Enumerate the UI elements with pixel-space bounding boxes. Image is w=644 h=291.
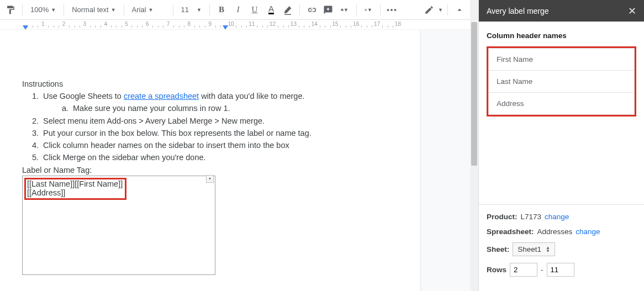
paint-format-icon[interactable] bbox=[3, 3, 18, 17]
spreadsheet-change-link[interactable]: change bbox=[576, 227, 600, 236]
ruler-number: 3 bbox=[83, 21, 87, 27]
rows-to-input[interactable] bbox=[547, 263, 574, 277]
rows-from-input[interactable] bbox=[510, 263, 537, 277]
chevron-down-icon: ▼ bbox=[197, 7, 202, 13]
ruler-number: 11 bbox=[249, 21, 255, 27]
italic-button[interactable]: I bbox=[231, 3, 245, 17]
editing-mode-button[interactable] bbox=[422, 3, 436, 17]
ruler-number: 16 bbox=[353, 21, 359, 27]
sheet-select[interactable]: Sheet1 ▲▼ bbox=[513, 242, 555, 256]
rows-separator: - bbox=[541, 266, 543, 274]
hide-menus-button[interactable] bbox=[452, 3, 467, 17]
sheet-label: Sheet: bbox=[487, 245, 509, 253]
chevron-down-icon: ▼ bbox=[367, 7, 372, 13]
rows-label: Rows bbox=[487, 266, 506, 274]
underline-button[interactable]: U bbox=[247, 3, 262, 17]
chevron-down-icon: ▼ bbox=[111, 7, 116, 13]
spreadsheet-value: Addresses bbox=[537, 227, 573, 236]
ruler-number: 10 bbox=[228, 21, 234, 27]
label-box[interactable]: ▾ [[Last Name]][[First Name]] [[Address]… bbox=[22, 176, 215, 275]
chevron-down-icon: ▼ bbox=[149, 7, 154, 13]
ruler-number: 4 bbox=[104, 21, 107, 27]
column-headers-title: Column header names bbox=[487, 31, 636, 40]
label-line-2: [[Address]] bbox=[27, 188, 123, 197]
list-item: Select menu item Add-ons > Avery Label M… bbox=[41, 115, 398, 126]
ruler-number: 15 bbox=[332, 21, 338, 27]
paragraph-style-dropdown[interactable]: Normal text ▼ bbox=[68, 3, 119, 16]
font-family-dropdown[interactable]: Arial ▼ bbox=[129, 3, 168, 16]
scrollbar-thumb[interactable] bbox=[471, 22, 477, 166]
list-item: Make sure you name your columns in row 1… bbox=[71, 103, 398, 114]
instructions-heading: Instructions bbox=[22, 80, 398, 88]
ruler-number: 5 bbox=[125, 21, 128, 27]
table-options-icon[interactable]: ▾ bbox=[206, 175, 214, 183]
insert-image-button[interactable]: ▼ bbox=[337, 3, 352, 17]
label-heading: Label or Name Tag: bbox=[22, 166, 398, 174]
chevron-down-icon: ▼ bbox=[344, 7, 349, 13]
toolbar: 100% ▼ Normal text ▼ Arial ▼ 11 ▼ B I U … bbox=[0, 0, 470, 20]
column-headers-highlight: First NameLast NameAddress bbox=[487, 46, 636, 117]
sidebar: Avery label merge ✕ Column header names … bbox=[478, 0, 644, 291]
chevron-down-icon: ▼ bbox=[438, 7, 443, 13]
font-size-value: 11 bbox=[181, 6, 189, 14]
ruler-number: 14 bbox=[312, 21, 318, 27]
document-area[interactable]: Instructions Use Google Sheets to create… bbox=[0, 30, 470, 291]
sidebar-title: Avery label merge bbox=[487, 7, 549, 15]
scrollbar[interactable] bbox=[470, 0, 478, 291]
page: Instructions Use Google Sheets to create… bbox=[0, 30, 420, 291]
spreadsheet-label: Spreadsheet: bbox=[487, 227, 534, 236]
ruler-number: 9 bbox=[208, 21, 212, 27]
ruler[interactable]: 123456789101112131415161718 bbox=[0, 20, 470, 30]
ruler-number: 8 bbox=[188, 21, 191, 27]
close-icon[interactable]: ✕ bbox=[628, 5, 636, 17]
svg-marker-0 bbox=[23, 25, 28, 30]
list-item: Click column header names on the sidebar… bbox=[41, 140, 398, 151]
label-line-1: [[Last Name]][[First Name]] bbox=[27, 179, 123, 188]
font-family-value: Arial bbox=[132, 6, 146, 14]
indent-marker[interactable] bbox=[23, 25, 28, 30]
product-value: L7173 bbox=[521, 213, 542, 221]
font-size-dropdown[interactable]: 11 ▼ bbox=[178, 3, 205, 16]
add-comment-button[interactable] bbox=[321, 3, 335, 17]
sheet-value: Sheet1 bbox=[518, 245, 541, 253]
ruler-number: 17 bbox=[374, 21, 380, 27]
ruler-number: 7 bbox=[167, 21, 170, 27]
ruler-number: 2 bbox=[62, 21, 66, 27]
paragraph-style-value: Normal text bbox=[72, 6, 108, 14]
ruler-number: 1 bbox=[41, 21, 45, 27]
list-item: Put your cursor in the box below. This b… bbox=[41, 128, 398, 139]
align-dropdown[interactable]: ▼ bbox=[361, 3, 376, 17]
zoom-value: 100% bbox=[30, 6, 49, 14]
stepper-icon: ▲▼ bbox=[546, 246, 550, 253]
column-header-item[interactable]: First Name bbox=[488, 48, 635, 71]
sidebar-header: Avery label merge ✕ bbox=[479, 0, 644, 22]
indent-marker[interactable] bbox=[223, 25, 228, 30]
highlight-color-button[interactable] bbox=[281, 3, 295, 17]
instructions-list: Use Google Sheets to create a spreadshee… bbox=[22, 91, 398, 163]
list-item: Click Merge on the sidebar when you're d… bbox=[41, 152, 398, 163]
ruler-number: 6 bbox=[146, 21, 149, 27]
zoom-dropdown[interactable]: 100% ▼ bbox=[27, 3, 59, 16]
product-change-link[interactable]: change bbox=[545, 213, 569, 221]
more-button[interactable]: ••• bbox=[385, 3, 399, 17]
bold-button[interactable]: B bbox=[214, 3, 229, 17]
text-color-button[interactable]: A bbox=[264, 3, 278, 17]
column-header-item[interactable]: Address bbox=[488, 93, 635, 115]
sidebar-footer: Product: L7173 change Spreadsheet: Addre… bbox=[479, 204, 644, 291]
svg-marker-1 bbox=[223, 25, 228, 30]
ruler-number: 12 bbox=[270, 21, 276, 27]
insert-link-button[interactable] bbox=[304, 3, 319, 17]
ruler-number: 18 bbox=[395, 21, 401, 27]
column-header-item[interactable]: Last Name bbox=[488, 71, 635, 93]
chevron-down-icon: ▼ bbox=[51, 7, 56, 13]
ruler-number: 13 bbox=[291, 21, 297, 27]
create-spreadsheet-link[interactable]: create a spreadsheet bbox=[124, 92, 199, 100]
product-label: Product: bbox=[487, 213, 518, 221]
list-item: Use Google Sheets to create a spreadshee… bbox=[41, 91, 398, 114]
